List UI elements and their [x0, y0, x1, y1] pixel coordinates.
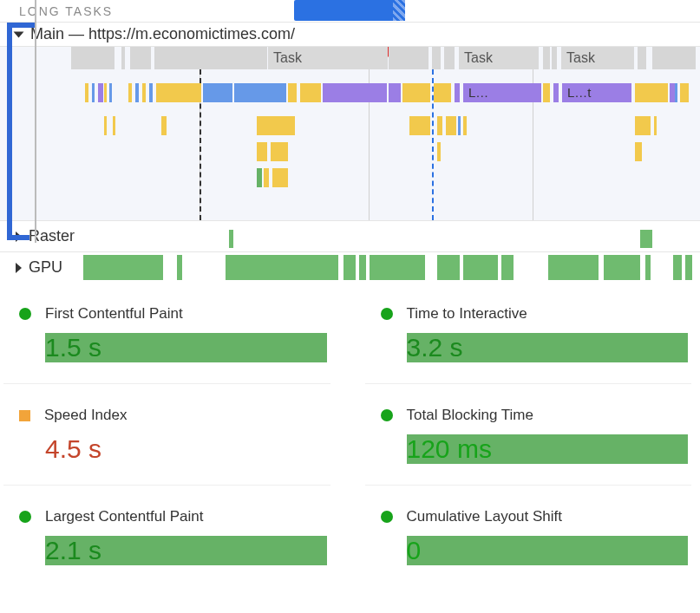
flame-row-1: L… L…t [0, 83, 700, 102]
main-track-title: Main — https://m.economictimes.com/ [30, 25, 295, 43]
metric-tti[interactable]: Time to Interactive 3.2 s [365, 283, 692, 384]
status-dot-icon [381, 511, 393, 523]
metric-speed-index[interactable]: Speed Index 4.5 s [3, 384, 330, 486]
raster-track[interactable]: Raster [0, 220, 700, 251]
triangle-right-icon [16, 263, 22, 273]
performance-capture: LONG TASKS Main — https://m.economictime… [0, 0, 700, 283]
flame-row-4 [0, 168, 700, 187]
triangle-down-icon [14, 31, 24, 37]
flame-row-0: Task Task Task [0, 47, 700, 69]
flame-row-3 [0, 142, 700, 161]
metric-value: 0 [407, 536, 689, 565]
metric-lcp[interactable]: Largest Contentful Paint 2.1 s [3, 486, 330, 586]
flame-task[interactable]: Task [268, 47, 388, 69]
lighthouse-metrics: First Contentful Paint 1.5 s Time to Int… [0, 283, 700, 586]
metric-value: 1.5 s [45, 333, 327, 362]
selection-bracket-icon [7, 23, 12, 240]
metric-tbt[interactable]: Total Blocking Time 120 ms [365, 384, 692, 486]
flame-purple[interactable]: L… [463, 83, 541, 102]
status-square-icon [19, 410, 30, 421]
status-dot-icon [19, 511, 31, 523]
long-tasks-label: LONG TASKS [0, 4, 113, 18]
gpu-label: GPU [29, 258, 62, 277]
main-flame-chart[interactable]: Task Task Task [0, 47, 700, 220]
main-track-header[interactable]: Main — https://m.economictimes.com/ [0, 23, 700, 47]
status-dot-icon [381, 409, 393, 421]
flame-row-2 [0, 116, 700, 135]
metric-value: 120 ms [407, 434, 689, 464]
metric-cls[interactable]: Cumulative Layout Shift 0 [365, 486, 692, 586]
gpu-track[interactable]: GPU [0, 251, 700, 283]
long-tasks-track[interactable]: LONG TASKS [0, 0, 700, 23]
metric-value: 2.1 s [45, 536, 327, 565]
metric-fcp[interactable]: First Contentful Paint 1.5 s [3, 283, 330, 384]
marker-vertical [35, 0, 36, 243]
flame-task[interactable]: Task [459, 47, 539, 69]
long-task-block[interactable] [294, 0, 405, 21]
flame-task[interactable]: Task [561, 47, 634, 69]
status-dot-icon [381, 308, 393, 320]
status-dot-icon [19, 308, 31, 320]
flame-purple[interactable]: L…t [562, 83, 631, 102]
metric-value: 4.5 s [45, 434, 327, 464]
metric-value: 3.2 s [407, 333, 689, 362]
gpu-lane [83, 252, 700, 283]
raster-lane [83, 221, 700, 251]
